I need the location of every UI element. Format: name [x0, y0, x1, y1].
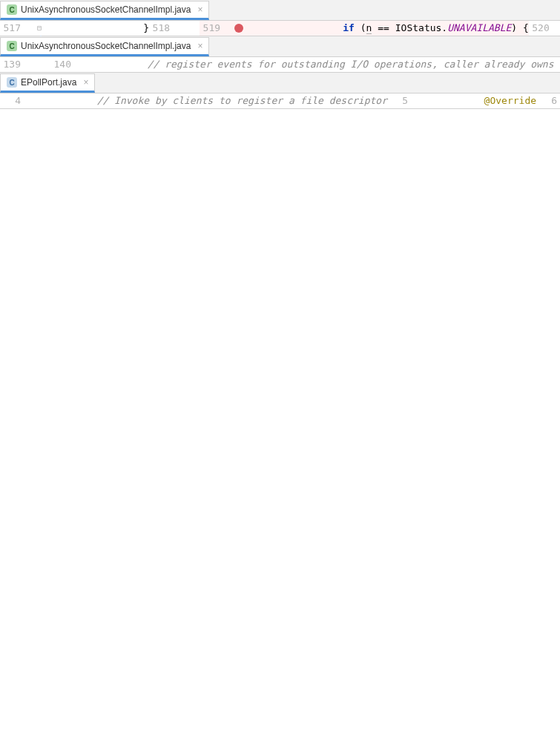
code-line[interactable]: 5 @Override: [387, 93, 536, 108]
code-line[interactable]: 140 // register events for outstanding I…: [50, 57, 560, 72]
tab-bar: C EPollPort.java ×: [0, 73, 560, 93]
tab-bar: C UnixAsynchronousSocketChannelImpl.java…: [0, 0, 560, 21]
gutter-marker[interactable]: [415, 93, 438, 108]
code-line[interactable]: 518: [149, 21, 200, 36]
code-text[interactable]: // register events for outstanding I/O o…: [101, 57, 560, 72]
code-editor[interactable]: 139140 // register events for outstandin…: [0, 57, 560, 72]
close-icon[interactable]: ×: [83, 77, 88, 88]
gutter-marker[interactable]: [79, 57, 101, 72]
line-number[interactable]: 517: [0, 21, 28, 36]
code-line[interactable]: 519 if (n == IOStatus.UNAVAILABLE) {: [200, 21, 529, 36]
editor-pane-2: C UnixAsynchronousSocketChannelImpl.java…: [0, 36, 560, 73]
gutter-marker[interactable]: [28, 93, 50, 108]
code-text[interactable]: if (n == IOStatus.UNAVAILABLE) {: [250, 21, 529, 36]
gutter-marker[interactable]: [557, 21, 560, 36]
gutter-marker[interactable]: [228, 21, 250, 36]
java-class-icon: C: [7, 41, 17, 51]
code-line[interactable]: 517⊟ }: [0, 21, 149, 36]
tab-bar: C UnixAsynchronousSocketChannelImpl.java…: [0, 36, 560, 57]
code-text[interactable]: // Invoke by clients to register a file …: [50, 93, 387, 108]
breakpoint-icon[interactable]: [234, 24, 243, 33]
file-tab[interactable]: C UnixAsynchronousSocketChannelImpl.java…: [0, 37, 209, 56]
code-line[interactable]: 6●↑ void startPoll(int fd, int events) {: [536, 93, 560, 108]
close-icon[interactable]: ×: [197, 4, 202, 15]
line-number[interactable]: 5: [387, 93, 415, 108]
java-class-icon: C: [7, 77, 17, 88]
line-number[interactable]: 4: [0, 93, 28, 108]
code-editor[interactable]: 4 // Invoke by clients to register a fil…: [0, 93, 560, 108]
gutter-marker[interactable]: [177, 21, 200, 36]
close-icon[interactable]: ×: [197, 41, 202, 51]
tab-filename: UnixAsynchronousSocketChannelImpl.java: [21, 4, 191, 15]
line-number[interactable]: 518: [149, 21, 177, 36]
gutter-marker[interactable]: ⊟: [28, 21, 50, 36]
line-number[interactable]: 139: [0, 57, 28, 72]
file-tab[interactable]: C EPollPort.java ×: [0, 73, 95, 93]
code-line[interactable]: 520 PendingFuture<V,A> result = null;: [529, 21, 560, 36]
java-class-icon: C: [7, 4, 17, 15]
code-text[interactable]: @Override: [438, 93, 536, 108]
fold-icon[interactable]: ⊟: [37, 21, 42, 36]
file-tab[interactable]: C UnixAsynchronousSocketChannelImpl.java…: [0, 1, 209, 20]
code-text[interactable]: }: [50, 21, 149, 36]
code-line[interactable]: 4 // Invoke by clients to register a fil…: [0, 93, 387, 108]
gutter-marker[interactable]: [28, 57, 50, 72]
line-number[interactable]: 520: [529, 21, 557, 36]
line-number[interactable]: 6: [536, 93, 560, 108]
tab-filename: EPollPort.java: [21, 77, 76, 88]
code-editor[interactable]: 517⊟ }518519 if (n == IOStatus.UNAVAILAB…: [0, 21, 560, 36]
editor-pane-3: C EPollPort.java × 4 // Invoke by client…: [0, 73, 560, 109]
tab-filename: UnixAsynchronousSocketChannelImpl.java: [21, 41, 191, 51]
line-number[interactable]: 140: [50, 57, 79, 72]
line-number[interactable]: 519: [200, 21, 228, 36]
editor-pane-1: C UnixAsynchronousSocketChannelImpl.java…: [0, 0, 560, 36]
code-line[interactable]: 139: [0, 57, 50, 72]
